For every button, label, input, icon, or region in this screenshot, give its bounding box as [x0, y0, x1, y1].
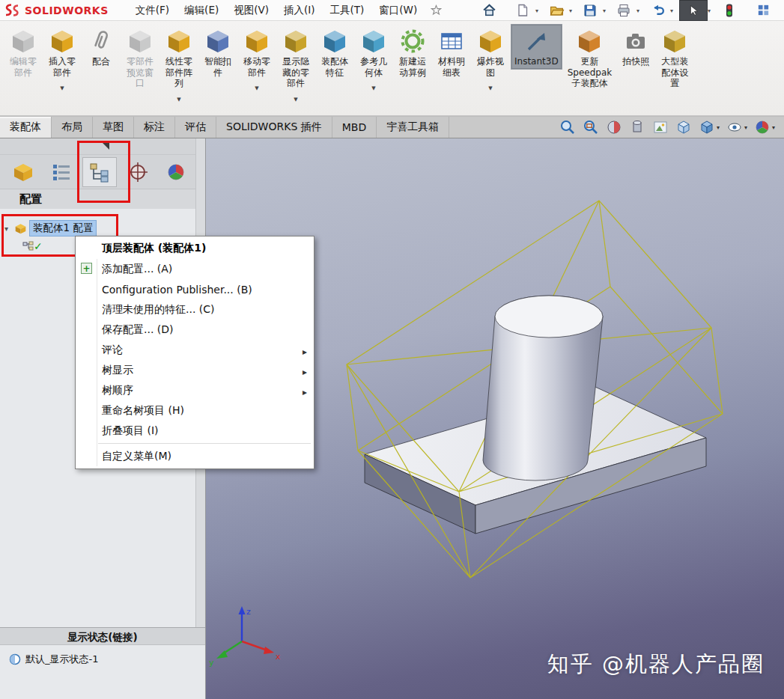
- triad-x-label: x: [276, 652, 281, 662]
- context-menu-item-label: 折叠项目 (I): [102, 424, 159, 438]
- apply-scene-icon[interactable]: [652, 119, 669, 135]
- menu-bar: SOLIDWORKS 文件(F)编辑(E)视图(V)插入(I)工具(T)窗口(W…: [0, 0, 784, 21]
- triad-z-label: z: [246, 607, 251, 617]
- context-menu-item-label: 添加配置... (A): [102, 263, 172, 276]
- expand-arrow-icon[interactable]: [4, 225, 14, 233]
- ribbon-button-label: 大型装 配体设 置: [661, 56, 688, 89]
- tree-item-label: 装配体1 配置: [30, 221, 96, 236]
- display-states-header: 显示状态(链接): [0, 627, 205, 645]
- save-icon[interactable]: [578, 1, 602, 20]
- ribbon-button[interactable]: 更新 Speedpak 子装配体: [564, 24, 616, 91]
- ribbon-button-icon: [400, 28, 425, 55]
- ribbon-button[interactable]: 零部件 预览窗 口: [121, 24, 159, 91]
- select-icon[interactable]: [679, 0, 708, 21]
- display-state-item[interactable]: 默认_显示状态-1: [9, 653, 196, 666]
- ribbon-button[interactable]: 插入零 部件: [43, 24, 81, 95]
- ribbon-button-label: Instant3D: [514, 56, 559, 67]
- context-menu-item[interactable]: 保存配置... (D): [76, 320, 314, 340]
- command-tab[interactable]: 装配体: [0, 117, 52, 138]
- ribbon-button[interactable]: 编辑零 部件: [4, 24, 42, 80]
- display-states-list: 默认_显示状态-1: [0, 645, 205, 699]
- flyout-arrow-icon[interactable]: [103, 143, 109, 150]
- ribbon-button[interactable]: 参考几 何体: [355, 24, 392, 95]
- context-menu-item[interactable]: 评论: [76, 340, 314, 360]
- dimxpertmanager-tab-icon[interactable]: [121, 157, 155, 187]
- ribbon-button-icon: [166, 28, 192, 55]
- configurationmanager-tab-icon[interactable]: [82, 157, 117, 187]
- ribbon-button[interactable]: 爆炸视 图: [472, 24, 509, 95]
- dropdown-caret-icon: [177, 90, 180, 104]
- dropdown-caret-icon: [294, 90, 297, 104]
- ribbon-button-label: 更新 Speedpak 子装配体: [568, 56, 613, 89]
- zoom-to-area-icon[interactable]: [583, 119, 599, 135]
- context-menu-item[interactable]: 自定义菜单(M): [76, 446, 314, 466]
- view-orientation-icon[interactable]: [675, 119, 692, 135]
- menu-item[interactable]: 插入(I): [276, 1, 323, 20]
- home-icon[interactable]: [477, 1, 501, 20]
- pin-star-icon[interactable]: [431, 4, 442, 16]
- context-menu-item[interactable]: 添加配置... (A): [76, 259, 314, 279]
- context-menu-item[interactable]: 清理未使用的特征... (C): [76, 299, 314, 320]
- tree-item-assembly-config[interactable]: 装配体1 配置: [0, 219, 195, 237]
- menu-item[interactable]: 工具(T): [322, 1, 371, 20]
- context-menu-header: 顶层装配体 (装配体1): [76, 238, 314, 259]
- open-icon[interactable]: [544, 1, 568, 20]
- hide-show-items-icon[interactable]: [726, 119, 747, 135]
- context-menu-item[interactable]: 重命名树项目 (H): [76, 400, 314, 421]
- command-tab[interactable]: 布局: [52, 117, 93, 138]
- context-menu-item[interactable]: 树显示: [76, 360, 314, 380]
- menu-item[interactable]: 编辑(E): [177, 1, 226, 20]
- options-grid-icon[interactable]: [751, 1, 775, 20]
- ribbon-button-icon: [205, 28, 231, 55]
- ribbon-button[interactable]: 材料明 细表: [433, 24, 470, 80]
- watermark: 知乎 @机器人产品圈: [547, 650, 765, 680]
- menu-item[interactable]: 文件(F): [128, 1, 177, 20]
- command-tab[interactable]: 草图: [93, 117, 134, 138]
- displaymanager-tab-icon[interactable]: [159, 157, 193, 187]
- view-cube-icon[interactable]: [699, 119, 720, 135]
- ribbon-button[interactable]: 智能扣 件: [199, 24, 237, 80]
- ribbon-button[interactable]: 拍快照: [617, 24, 654, 70]
- print-icon[interactable]: [612, 1, 636, 20]
- ribbon-button-label: 拍快照: [622, 56, 649, 67]
- ribbon-button[interactable]: 装配体 特征: [316, 24, 353, 80]
- command-tab[interactable]: 宇喜工具箱: [377, 117, 449, 138]
- panel-title: 配置: [0, 189, 205, 209]
- context-menu-item[interactable]: 折叠项目 (I): [76, 421, 314, 441]
- ribbon-button-label: 装配体 特征: [321, 56, 348, 78]
- ribbon-button[interactable]: 配合: [82, 24, 120, 70]
- brand-text: SOLIDWORKS: [25, 4, 109, 16]
- submenu-arrow-icon: [303, 345, 307, 357]
- command-tab[interactable]: MBD: [332, 117, 377, 138]
- new-document-icon[interactable]: [511, 1, 535, 20]
- section-view-icon[interactable]: [606, 119, 622, 135]
- cylinder-boss[interactable]: [483, 296, 603, 480]
- context-menu-item[interactable]: 树顺序: [76, 380, 314, 400]
- ribbon-button-label: 参考几 何体: [360, 56, 387, 78]
- menu-item[interactable]: 视图(V): [226, 1, 276, 20]
- solidworks-logo: SOLIDWORKS: [4, 3, 109, 18]
- zoom-to-fit-icon[interactable]: [559, 119, 576, 135]
- ribbon-button[interactable]: 新建运 动算例: [394, 24, 431, 80]
- command-tab[interactable]: 标注: [134, 117, 175, 138]
- ribbon-button-icon: [439, 28, 464, 55]
- appearance-sphere-icon[interactable]: [754, 119, 775, 135]
- menu-item[interactable]: 窗口(W): [371, 1, 425, 20]
- context-menu-items: 添加配置... (A) Configuration Publisher... (…: [76, 259, 314, 466]
- undo-icon[interactable]: [645, 1, 669, 20]
- propertymanager-tab-icon[interactable]: [44, 157, 79, 187]
- ribbon-button-icon: [577, 28, 602, 55]
- featuremanager-tab-icon[interactable]: [6, 157, 40, 187]
- rebuild-lights-icon[interactable]: [717, 1, 741, 20]
- ribbon-button-icon: [361, 28, 386, 55]
- ribbon-button[interactable]: 线性零 部件阵 列: [160, 24, 198, 106]
- command-tab[interactable]: SOLIDWORKS 插件: [216, 117, 332, 138]
- context-menu-item-label: 保存配置... (D): [102, 323, 174, 337]
- command-tab[interactable]: 评估: [175, 117, 216, 138]
- context-menu-item[interactable]: Configuration Publisher... (B): [76, 279, 314, 299]
- display-style-icon[interactable]: [629, 119, 645, 135]
- ribbon-button[interactable]: 移动零 部件: [238, 24, 276, 95]
- ribbon-button[interactable]: 显示隐 藏的零 部件: [277, 24, 314, 106]
- ribbon-button[interactable]: Instant3D: [511, 24, 562, 70]
- ribbon-button[interactable]: 大型装 配体设 置: [656, 24, 693, 91]
